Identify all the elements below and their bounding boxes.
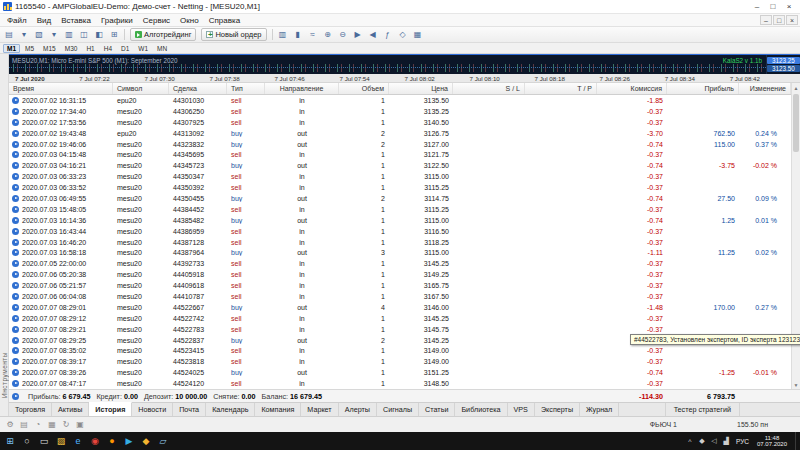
profiles-icon[interactable]: ▧ [32, 28, 46, 41]
timeframe-m1[interactable]: M1 [3, 44, 20, 53]
connection-status-icon[interactable]: ⚙ [4, 419, 16, 431]
chart-restore-button[interactable]: □ [773, 15, 785, 25]
taskview-icon[interactable]: ▭ [36, 433, 52, 449]
grid-status-icon[interactable]: ▦ [46, 419, 58, 431]
data-window-icon[interactable]: ◫ [77, 28, 91, 41]
scrollbar-thumb[interactable] [793, 94, 799, 152]
column-header-profit[interactable]: Прибыль [667, 83, 739, 94]
explorer-icon[interactable]: ▨ [53, 433, 69, 449]
tab-библиотека[interactable]: Библиотека [455, 403, 507, 416]
chevron-down-icon[interactable]: ▾ [47, 28, 61, 41]
tile-windows-icon[interactable]: ▦ [411, 28, 425, 41]
menu-item[interactable]: Вставка [56, 14, 96, 26]
mt5-icon[interactable]: ◆ [138, 433, 154, 449]
clock[interactable]: 11:48 07.07.2020 [754, 435, 790, 448]
column-header-sl[interactable]: S / L [453, 83, 525, 94]
tab-vps[interactable]: VPS [508, 403, 535, 416]
history-row[interactable]: 2020.07.03 16:43:44mesu2044386959sellin1… [9, 226, 791, 237]
timeframe-m30[interactable]: M30 [61, 44, 82, 53]
history-row[interactable]: 2020.07.07 08:39:17mesu2044523818sellin1… [9, 356, 791, 367]
history-row[interactable]: 2020.07.07 08:29:01mesu2044522667buyout4… [9, 302, 791, 313]
candles-chart-icon[interactable]: ▮ [291, 28, 305, 41]
new-chart-icon[interactable]: ▤ [2, 28, 16, 41]
mail-status-icon[interactable]: ▤ [18, 419, 30, 431]
tab-эксперты[interactable]: Эксперты [535, 403, 580, 416]
tab-история[interactable]: История [89, 402, 132, 416]
start-button[interactable]: ⊞ [2, 433, 18, 449]
history-row[interactable]: 2020.07.03 06:49:55mesu2044350455buyout2… [9, 193, 791, 204]
language-indicator[interactable]: РУС [734, 438, 751, 445]
tab-сигналы[interactable]: Сигналы [377, 403, 419, 416]
scroll-down-icon[interactable]: ▼ [792, 380, 800, 389]
tab-журнал[interactable]: Журнал [580, 403, 619, 416]
column-header-symbol[interactable]: Символ [113, 83, 169, 94]
navigator-icon[interactable]: ◧ [92, 28, 106, 41]
tab-активы[interactable]: Активы [52, 403, 89, 416]
auto-scroll-icon[interactable]: ▶ [351, 28, 365, 41]
menu-item[interactable]: Окно [175, 14, 204, 26]
history-row[interactable]: 2020.07.03 04:15:48mesu2044345695sellin1… [9, 149, 791, 160]
volume-icon[interactable]: ◁ [709, 437, 719, 445]
timeframe-h1[interactable]: H1 [82, 44, 98, 53]
history-row[interactable]: 2020.07.07 08:29:12mesu2044522742sellin1… [9, 313, 791, 324]
timeframe-mn[interactable]: MN [153, 44, 171, 53]
tab-почта[interactable]: Почта [173, 403, 206, 416]
tray-expand-icon[interactable]: ^ [685, 438, 695, 445]
history-row[interactable]: 2020.07.02 17:53:56mesu2044307925sellin1… [9, 117, 791, 128]
history-row[interactable]: 2020.07.02 19:43:48epu2044313092buyout23… [9, 128, 791, 139]
toolbox-icon[interactable]: ⊞ [107, 28, 121, 41]
tab-новости[interactable]: Новости [132, 403, 173, 416]
chart-shift-icon[interactable]: ◀ [366, 28, 380, 41]
menu-item[interactable]: Сервис [138, 14, 175, 26]
column-header-tp[interactable]: T / P [525, 83, 597, 94]
timeframe-m5[interactable]: M5 [21, 44, 38, 53]
tab-календарь[interactable]: Календарь [206, 403, 255, 416]
timeframe-m15[interactable]: M15 [39, 44, 60, 53]
menu-item[interactable]: Графики [96, 14, 138, 26]
tab-алерты[interactable]: Алерты [339, 403, 377, 416]
bars-chart-icon[interactable]: ▥ [276, 28, 290, 41]
algo-trading-button[interactable]: Алготрейдинг [130, 28, 196, 41]
column-header-type[interactable]: Тип [227, 83, 265, 94]
refresh-status-icon[interactable]: ↻ [60, 419, 72, 431]
tab-статьи[interactable]: Статьи [419, 403, 455, 416]
tab-торговля[interactable]: Торговля [9, 403, 52, 416]
chrome-icon[interactable]: ◉ [87, 433, 103, 449]
history-row[interactable]: 2020.07.03 06:33:23mesu2044350347sellin1… [9, 171, 791, 182]
close-button[interactable]: × [781, 1, 797, 13]
zoom-in-icon[interactable]: ⊕ [321, 28, 335, 41]
zoom-out-icon[interactable]: ⊖ [336, 28, 350, 41]
shield-icon[interactable]: ◆ [697, 437, 707, 445]
news-status-icon[interactable]: ◔ [32, 419, 44, 431]
tab-компания[interactable]: Компания [255, 403, 301, 416]
history-row[interactable]: 2020.07.05 22:00:00mesu2044392733sellin1… [9, 258, 791, 269]
telegram-icon[interactable]: ▶ [121, 433, 137, 449]
column-header-deal[interactable]: Сделка [169, 83, 227, 94]
column-header-change[interactable]: Изменение [739, 83, 791, 94]
chart-minimize-button[interactable]: – [760, 15, 772, 25]
objects-icon[interactable]: ◇ [396, 28, 410, 41]
menu-item[interactable]: Файл [2, 14, 32, 26]
timeframe-w1[interactable]: W1 [134, 44, 152, 53]
history-row[interactable]: 2020.07.03 16:58:18mesu2044387964buyout3… [9, 247, 791, 258]
timeframe-h4[interactable]: H4 [100, 44, 116, 53]
history-row[interactable]: 2020.07.07 08:47:17mesu2044524120sellin1… [9, 378, 791, 389]
history-row[interactable]: 2020.07.07 08:29:21mesu2044522783sellin1… [9, 324, 791, 335]
edge-icon[interactable]: e [70, 433, 86, 449]
minimize-button[interactable]: – [749, 1, 765, 13]
chart-area[interactable]: MESU20,M1: Micro E-mini S&P 500 (M1): Se… [9, 54, 800, 74]
column-header-price[interactable]: Цена [389, 83, 453, 94]
column-header-commission[interactable]: Комиссия [597, 83, 667, 94]
firefox-icon[interactable]: ● [104, 433, 120, 449]
history-row[interactable]: 2020.07.03 15:48:05mesu2044384452sellin1… [9, 204, 791, 215]
toolbox-dock-strip[interactable]: Инструменты [0, 54, 9, 416]
menu-item[interactable]: Вид [32, 14, 56, 26]
chart-close-button[interactable]: × [786, 15, 798, 25]
line-chart-icon[interactable]: ≈ [306, 28, 320, 41]
journal-status-icon[interactable]: ▣ [74, 419, 86, 431]
history-row[interactable]: 2020.07.07 08:39:26mesu2044524025buyout1… [9, 367, 791, 378]
history-row[interactable]: 2020.07.06 05:20:38mesu2044405918sellin1… [9, 269, 791, 280]
history-row[interactable]: 2020.07.06 06:04:08mesu2044410787sellin1… [9, 291, 791, 302]
maximize-button[interactable]: □ [765, 1, 781, 13]
scroll-up-icon[interactable]: ▲ [792, 83, 800, 92]
